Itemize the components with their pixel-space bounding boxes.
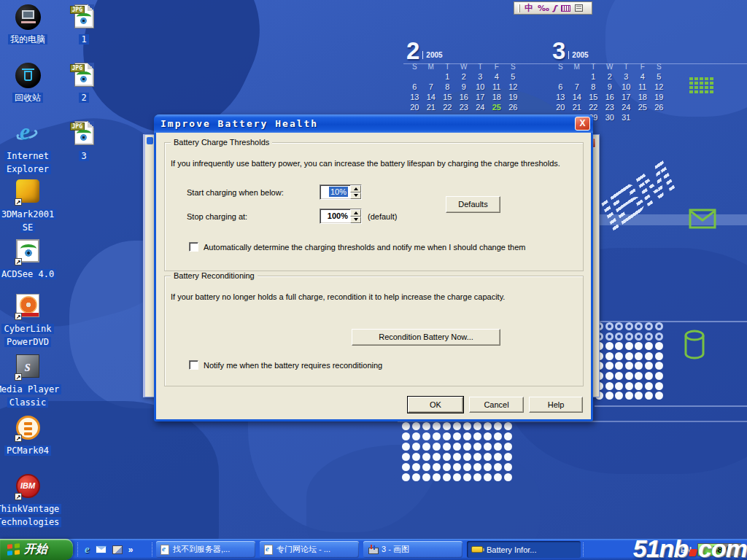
taskbar-task-3[interactable]: 3 - 画图 <box>363 541 462 558</box>
cancel-button[interactable]: Cancel <box>469 397 524 413</box>
calendar-month: 22005SMTWTFS1234567891011121314151617181… <box>406 40 529 122</box>
icon-label: 2 <box>79 93 88 103</box>
envelope-icon <box>689 209 716 229</box>
start-button-label: 开始 <box>24 542 47 557</box>
calendar-day <box>651 113 667 122</box>
acdsee-icon: ↗ <box>15 239 41 265</box>
icon-label: Media Player Classic <box>0 384 61 408</box>
calendar-day-header: S <box>552 63 569 71</box>
internet-explorer-icon: e <box>15 121 41 147</box>
notify-reconditioning-checkbox[interactable] <box>189 360 198 370</box>
desktop-icon-powerdvd[interactable]: ↗CyberLink PowerDVD <box>0 294 64 348</box>
taskbar-separator <box>152 542 154 556</box>
quick-launch-ie-icon[interactable]: e <box>85 543 90 556</box>
quick-launch-bar: e » <box>82 539 136 560</box>
start-button[interactable]: 开始 <box>0 539 73 560</box>
calendar-month-number: 3 <box>552 40 565 62</box>
show-desktop-icon[interactable] <box>112 545 123 554</box>
shortcut-arrow-icon: ↗ <box>15 435 22 442</box>
my-computer-icon <box>15 4 41 31</box>
quick-launch-mail-icon[interactable] <box>96 545 107 553</box>
quick-launch-overflow-chevron[interactable]: » <box>128 545 133 555</box>
jpg-file-icon: JPG <box>71 4 97 31</box>
spin-down-icon[interactable] <box>350 192 361 200</box>
icon-label-wrap: 回收站 <box>12 90 43 104</box>
stop-charging-value[interactable]: 100% <box>320 209 350 223</box>
spin-up-icon[interactable] <box>350 209 361 217</box>
desktop-icon-mpc[interactable]: s↗Media Player Classic <box>0 354 64 408</box>
desktop-icon-jpg-3[interactable]: JPG3 <box>47 121 120 162</box>
dialog-titlebar[interactable]: Improve Battery Health X <box>154 114 593 133</box>
auto-thresholds-checkbox-label[interactable]: Automatically determine the charging thr… <box>204 243 525 252</box>
taskbar-separator <box>77 542 80 556</box>
calendar-day: 1 <box>439 72 456 81</box>
calendar-month: 32005SMTWTFS1234567891011121314151617181… <box>552 40 675 122</box>
calendar-day: 16 <box>456 93 473 101</box>
calendar-day: 1 <box>585 72 602 81</box>
calendar-year: 2005 <box>568 51 588 59</box>
task-label: 3 - 画图 <box>382 544 409 555</box>
calendar-day-header: T <box>618 63 635 71</box>
calendar-day <box>552 72 569 81</box>
calendar-day: 26 <box>505 103 522 112</box>
desktop-icon-pcmark[interactable]: ↗PCMark04 <box>0 416 64 456</box>
ime-punctuation-icon[interactable]: ‰ <box>538 4 549 13</box>
desktop-icon-thinkvantage[interactable]: IBM↗ThinkVantage Technologies <box>0 474 64 528</box>
icon-label: PCMark04 <box>4 446 51 456</box>
calendar-year: 2005 <box>422 51 442 59</box>
shortcut-arrow-icon: ↗ <box>15 198 22 206</box>
ibm-logo: IBM <box>589 121 743 262</box>
calendar-day: 18 <box>635 93 651 101</box>
desktop-icon-acdsee[interactable]: ↗ACDSee 4.0 <box>0 239 64 280</box>
start-charging-value[interactable]: 10% <box>320 185 350 199</box>
stop-charging-spinner[interactable]: 100% <box>320 209 362 224</box>
calendar-day: 11 <box>489 82 506 91</box>
close-icon[interactable]: X <box>575 117 590 131</box>
ime-keyboard-icon[interactable] <box>561 5 570 12</box>
spin-down-icon[interactable] <box>350 217 361 224</box>
calendar-day-header: S <box>505 63 522 71</box>
calendar-day: 26 <box>651 103 667 112</box>
taskbar-task-4[interactable]: Battery Infor... <box>467 541 581 558</box>
ime-menu-icon[interactable] <box>575 4 583 12</box>
ime-chinese-mode-icon[interactable]: 中 <box>525 4 533 12</box>
ime-grip[interactable] <box>518 4 520 12</box>
start-charging-spinner[interactable]: 10% <box>320 184 362 200</box>
recondition-battery-button[interactable]: Recondition Battery Now... <box>352 329 500 346</box>
auto-thresholds-checkbox[interactable] <box>189 242 198 252</box>
thinkvantage-icon: IBM↗ <box>15 474 41 500</box>
ok-button[interactable]: OK <box>408 397 463 413</box>
notify-reconditioning-checkbox-label[interactable]: Notify me when the battery requires reco… <box>204 361 382 370</box>
calendar-day: 5 <box>651 72 667 81</box>
icon-label-wrap: ThinkVantage Technologies <box>0 502 63 528</box>
calendar-day: 19 <box>505 93 522 101</box>
help-button[interactable]: Help <box>529 397 583 413</box>
icon-label: CyberLink PowerDVD <box>1 324 53 347</box>
taskbar-task-2[interactable]: e专门网论坛 - ... <box>260 541 359 558</box>
ime-language-bar[interactable]: 中 ‰ ʃ <box>514 1 592 15</box>
stop-default-suffix: (default) <box>368 212 397 221</box>
calendar-day <box>569 72 586 81</box>
desktop-icon-3dmark2001[interactable]: ↗3DMark2001 SE <box>0 179 64 233</box>
pcmark-icon: ↗ <box>15 416 41 442</box>
calendar-day: 17 <box>618 93 635 101</box>
start-charging-label: Start charging when below: <box>187 188 284 197</box>
calendar-day: 18 <box>489 93 506 101</box>
calendar-day-header: F <box>489 63 506 71</box>
calendar-day: 7 <box>569 82 586 91</box>
calendar-day: 30 <box>602 113 619 122</box>
group-caption: Battery Reconditioning <box>171 271 258 280</box>
calendar-day: 6 <box>406 82 423 91</box>
defaults-button[interactable]: Defaults <box>446 196 500 213</box>
calendar-day: 8 <box>585 82 602 91</box>
taskbar-task-1[interactable]: e找不到服务器,... <box>156 541 255 558</box>
calendar-day: 31 <box>618 113 635 122</box>
calendar-day-header: F <box>635 63 651 71</box>
calendar-day: 4 <box>489 72 506 81</box>
ime-brush-icon[interactable]: ʃ <box>552 3 558 13</box>
desktop-icon-jpg-1[interactable]: JPG1 <box>47 4 120 45</box>
jpg-file-icon: JPG <box>71 63 97 89</box>
calendar-day: 2 <box>602 72 619 81</box>
spin-up-icon[interactable] <box>350 185 361 192</box>
desktop-icon-jpg-2[interactable]: JPG2 <box>47 63 120 104</box>
